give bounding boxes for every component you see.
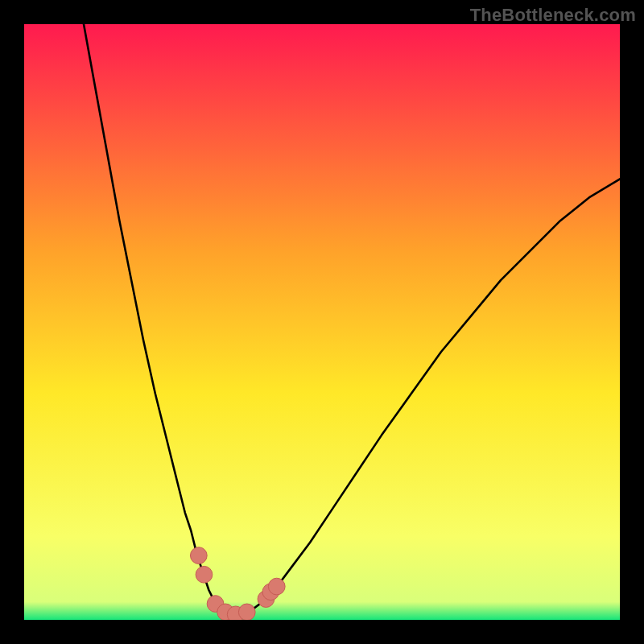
plot-background bbox=[24, 24, 620, 620]
marker-point bbox=[238, 604, 255, 621]
watermark-text: TheBottleneck.com bbox=[470, 5, 636, 26]
marker-point bbox=[190, 547, 207, 564]
chart-stage: TheBottleneck.com bbox=[0, 0, 644, 644]
marker-point bbox=[196, 566, 213, 583]
marker-point bbox=[268, 578, 285, 595]
bottleneck-chart bbox=[0, 0, 644, 644]
